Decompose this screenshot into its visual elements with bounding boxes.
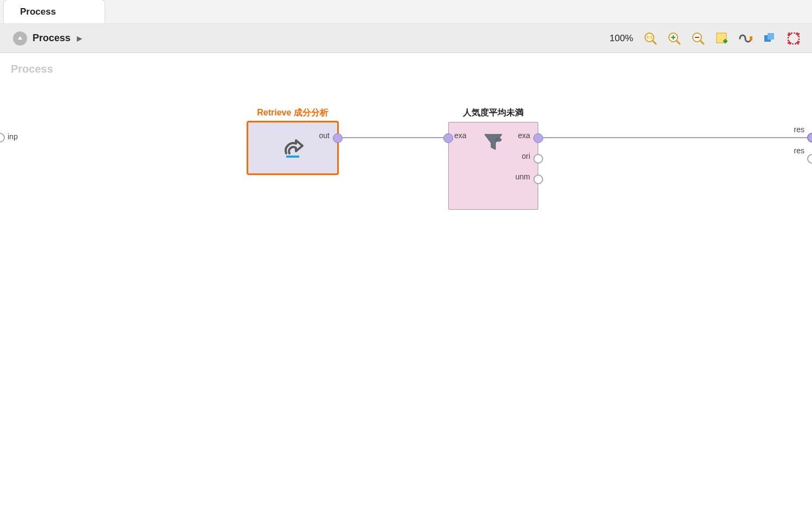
operator-filter-port-ori[interactable] xyxy=(533,154,543,164)
operator-filter-port-unm-label: unm xyxy=(515,172,530,181)
svg-line-2 xyxy=(653,41,656,44)
arrange-icon xyxy=(763,32,776,45)
breadcrumb-label: Process xyxy=(33,33,70,44)
add-note-button[interactable] xyxy=(712,29,732,48)
tab-label: Process xyxy=(20,7,56,17)
tab-process[interactable]: Process xyxy=(3,0,105,23)
operator-retrieve[interactable]: Retrieve 成分分析 out xyxy=(248,122,338,174)
svg-text:1:1: 1:1 xyxy=(647,35,652,39)
magnifier-1to1-icon: 1:1 xyxy=(643,31,658,46)
auto-wire-button[interactable] xyxy=(736,29,756,48)
retrieve-icon xyxy=(280,135,306,161)
operator-retrieve-port-out-label: out xyxy=(319,131,330,140)
magnifier-minus-icon xyxy=(691,31,705,46)
operator-filter-port-ori-label: ori xyxy=(521,152,530,160)
tabstrip: Process xyxy=(0,0,812,24)
operator-filter-port-unm[interactable] xyxy=(533,174,543,184)
zoom-level: 100% xyxy=(610,33,633,44)
operator-filter-port-exa-out-label: exa xyxy=(518,131,530,140)
fit-icon xyxy=(787,32,800,45)
plug-icon xyxy=(739,33,753,44)
operator-filter-port-exa-in[interactable] xyxy=(443,133,453,143)
svg-line-6 xyxy=(676,41,680,44)
operator-filter-port-exa-out[interactable] xyxy=(533,133,543,143)
svg-point-20 xyxy=(496,138,501,141)
operator-filter[interactable]: 人気度平均未満 exa exa ori unm xyxy=(448,122,538,210)
svg-line-9 xyxy=(700,41,704,44)
magnifier-plus-icon xyxy=(667,31,681,46)
operator-retrieve-title: Retrieve 成分分析 xyxy=(248,107,337,119)
operator-filter-title: 人気度平均未満 xyxy=(449,107,538,119)
chevron-right-icon: ▶ xyxy=(77,35,82,42)
wires xyxy=(0,53,812,511)
operator-filter-port-exa-in-label: exa xyxy=(454,131,467,140)
funnel-icon xyxy=(482,131,504,153)
svg-rect-13 xyxy=(750,36,752,41)
breadcrumb[interactable]: Process ▶ xyxy=(13,31,82,46)
zoom-reset-button[interactable]: 1:1 xyxy=(641,29,660,48)
operator-retrieve-port-out[interactable] xyxy=(333,133,343,143)
zoom-in-button[interactable] xyxy=(665,29,684,48)
zoom-out-button[interactable] xyxy=(688,29,708,48)
fit-button[interactable] xyxy=(784,29,803,48)
toolbar: Process ▶ 100% 1:1 xyxy=(0,24,812,53)
note-plus-icon xyxy=(716,32,729,45)
svg-rect-15 xyxy=(768,33,774,40)
arrange-button[interactable] xyxy=(760,29,779,48)
process-canvas[interactable]: Process inp res res Retrieve 成分分析 out xyxy=(0,53,812,511)
up-icon[interactable] xyxy=(13,31,27,46)
svg-rect-19 xyxy=(286,156,299,158)
